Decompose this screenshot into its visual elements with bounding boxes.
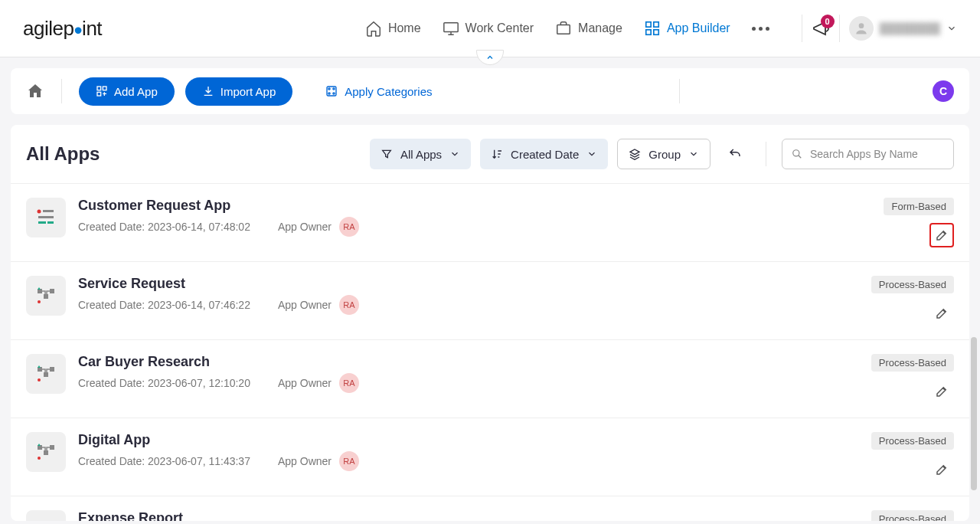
- svg-point-24: [38, 300, 41, 303]
- type-tag: Process-Based: [871, 510, 954, 521]
- owner-label: App Owner: [278, 455, 332, 467]
- edit-button[interactable]: [929, 457, 954, 482]
- layers-icon: [629, 148, 641, 160]
- home-icon: [365, 20, 382, 37]
- app-list[interactable]: Customer Request AppCreated Date: 2023-0…: [11, 184, 969, 521]
- separator: [61, 79, 62, 103]
- chevron-down-icon: [449, 149, 460, 159]
- owner-badge: RA: [339, 295, 359, 315]
- monitor-icon: [443, 20, 459, 37]
- app-body: Expense ReportApp OwnerRA: [78, 510, 859, 521]
- svg-point-11: [328, 88, 330, 90]
- person-icon: [854, 21, 869, 36]
- created-date: Created Date: 2023-06-14, 07:46:22: [78, 299, 250, 311]
- separator: [802, 15, 802, 42]
- app-actions: Form-Based: [884, 198, 954, 247]
- svg-rect-9: [97, 92, 101, 96]
- app-icon: [26, 276, 66, 316]
- svg-rect-8: [103, 87, 106, 90]
- svg-rect-20: [47, 221, 54, 224]
- svg-rect-22: [50, 289, 54, 293]
- notif-badge: 0: [821, 15, 835, 28]
- import-app-button[interactable]: Import App: [185, 77, 293, 106]
- nav-label: Home: [388, 21, 421, 35]
- app-row[interactable]: Expense ReportApp OwnerRAProcess-Based: [11, 496, 969, 521]
- add-app-button[interactable]: Add App: [79, 77, 175, 106]
- reset-button[interactable]: [720, 139, 750, 169]
- filter-label: Created Date: [511, 148, 579, 161]
- separator: [839, 15, 840, 42]
- app-actions: Process-Based: [871, 510, 954, 521]
- svg-rect-3: [654, 22, 658, 27]
- content-panel: All Apps All Apps Created Date Group Cus…: [11, 125, 969, 521]
- svg-rect-0: [443, 23, 457, 32]
- app-row[interactable]: Digital AppCreated Date: 2023-06-07, 11:…: [11, 418, 969, 496]
- created-date: Created Date: 2023-06-07, 11:43:37: [78, 455, 250, 467]
- type-tag: Process-Based: [871, 432, 954, 450]
- scrollbar[interactable]: [971, 337, 977, 490]
- app-icon: [26, 510, 66, 521]
- sort-filter[interactable]: Created Date: [480, 139, 608, 169]
- svg-rect-17: [43, 210, 54, 212]
- edit-button[interactable]: [929, 301, 954, 326]
- svg-point-12: [333, 88, 335, 90]
- app-icon: [26, 354, 66, 394]
- search-input[interactable]: [810, 148, 944, 160]
- svg-point-34: [38, 457, 41, 460]
- sort-icon: [491, 148, 503, 160]
- group-filter[interactable]: Group: [617, 139, 710, 169]
- svg-rect-19: [38, 221, 46, 224]
- owner-badge: RA: [339, 451, 359, 471]
- svg-rect-2: [646, 22, 651, 27]
- notifications[interactable]: 0: [812, 19, 830, 38]
- button-label: Apply Categories: [345, 85, 432, 98]
- svg-rect-1: [557, 25, 570, 34]
- svg-point-14: [333, 93, 335, 94]
- created-date: Created Date: 2023-06-07, 12:10:20: [78, 377, 250, 389]
- app-row[interactable]: Service RequestCreated Date: 2023-06-14,…: [11, 262, 969, 340]
- logo-post: int: [82, 17, 102, 40]
- context-badge[interactable]: C: [933, 80, 954, 102]
- home-button[interactable]: [26, 82, 44, 100]
- download-icon: [202, 85, 214, 97]
- search-box[interactable]: [782, 139, 954, 169]
- svg-point-29: [38, 378, 41, 382]
- category-icon: [325, 84, 338, 98]
- created-date: Created Date: 2023-06-14, 07:48:02: [78, 221, 250, 233]
- grid-plus-icon: [96, 85, 108, 97]
- svg-rect-27: [50, 367, 54, 372]
- scope-filter[interactable]: All Apps: [370, 139, 471, 169]
- app-owner: App OwnerRA: [278, 373, 359, 393]
- svg-rect-5: [654, 30, 658, 34]
- chevron-up-icon: [485, 53, 495, 62]
- user-menu[interactable]: ████████: [849, 16, 957, 41]
- app-row[interactable]: Customer Request AppCreated Date: 2023-0…: [11, 184, 969, 262]
- svg-rect-4: [646, 30, 651, 34]
- edit-button[interactable]: [929, 379, 954, 404]
- app-icon: [26, 432, 66, 472]
- user-name: ████████: [880, 22, 940, 34]
- svg-marker-30: [38, 365, 41, 368]
- apply-categories-button[interactable]: Apply Categories: [325, 84, 432, 98]
- app-meta: Created Date: 2023-06-14, 07:48:02App Ow…: [78, 217, 871, 237]
- home-icon: [26, 82, 44, 100]
- type-tag: Process-Based: [871, 276, 954, 293]
- edit-button[interactable]: [929, 223, 954, 247]
- collapse-toggle[interactable]: [476, 50, 504, 65]
- top-nav: agilep•int Home Work Center Manage App B…: [0, 0, 980, 57]
- svg-marker-35: [38, 444, 41, 446]
- type-tag: Process-Based: [871, 354, 954, 372]
- app-row[interactable]: Car Buyer ResearchCreated Date: 2023-06-…: [11, 340, 969, 418]
- nav-label: App Builder: [667, 21, 730, 35]
- nav-app-builder[interactable]: App Builder: [644, 20, 730, 37]
- nav-work-center[interactable]: Work Center: [443, 20, 534, 37]
- filter-label: All Apps: [400, 148, 442, 161]
- toolbar: Add App Import App Apply Categories C: [11, 68, 969, 114]
- nav-home[interactable]: Home: [365, 20, 421, 37]
- more-menu[interactable]: [752, 27, 769, 31]
- svg-point-6: [858, 23, 864, 28]
- undo-icon: [728, 147, 742, 161]
- nav-manage[interactable]: Manage: [555, 20, 622, 37]
- svg-rect-7: [97, 87, 101, 90]
- app-actions: Process-Based: [871, 354, 954, 404]
